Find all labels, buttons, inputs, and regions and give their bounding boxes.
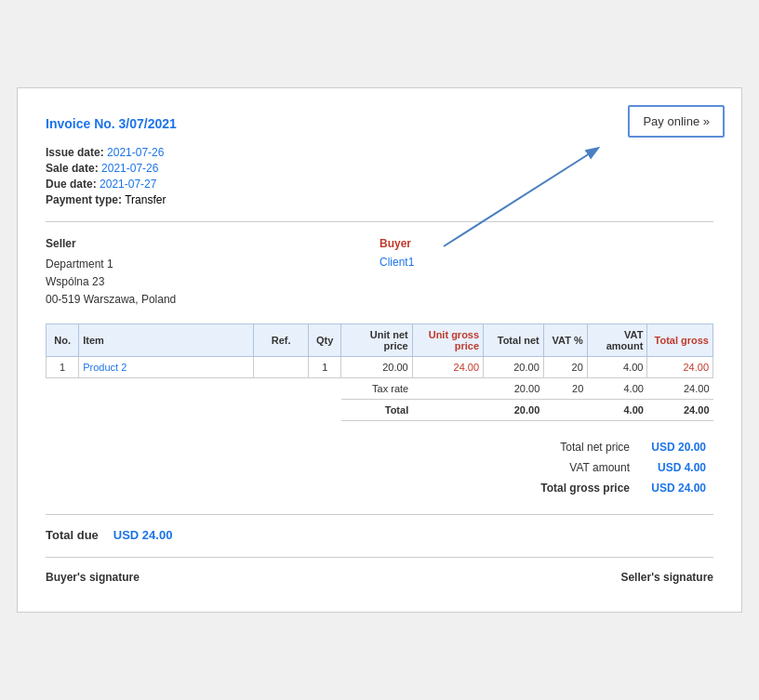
summary-table: Total net price USD 20.00 VAT amount USD… <box>533 436 713 499</box>
total-empty2 <box>412 400 483 421</box>
divider-1 <box>46 221 713 222</box>
row-unit-net-price: 20.00 <box>341 357 412 378</box>
row-item[interactable]: Product 2 <box>79 357 254 378</box>
total-label: Total <box>341 400 412 421</box>
buyer-title: Buyer <box>380 237 713 250</box>
row-total-net: 20.00 <box>484 357 544 378</box>
invoice-number-label: Invoice No. <box>46 116 115 131</box>
issue-date-row: Issue date: 2021-07-26 <box>46 146 713 159</box>
tax-rate-empty <box>47 378 341 400</box>
payment-type-label: Payment type: <box>46 193 122 206</box>
col-item: Item <box>79 324 254 357</box>
sale-date-label: Sale date: <box>46 162 99 175</box>
summary-vat-value: USD 4.00 <box>637 458 712 477</box>
signatures-section: Buyer's signature Seller's signature <box>46 557 713 584</box>
row-total-gross: 24.00 <box>647 357 713 378</box>
tax-rate-row: Tax rate 20.00 20 4.00 24.00 <box>47 378 713 400</box>
tax-rate-vat-pct: 20 <box>543 378 587 400</box>
col-qty: Qty <box>309 324 341 357</box>
summary-total-gross-row: Total gross price USD 24.00 <box>535 479 712 497</box>
total-row: Total 20.00 4.00 24.00 <box>47 400 713 421</box>
tax-rate-vat-amount: 4.00 <box>587 378 647 400</box>
table-header-row: No. Item Ref. Qty Unit net price Unit gr… <box>47 324 713 357</box>
invoice-number-value: 3/07/2021 <box>119 116 177 131</box>
payment-type-value: Transfer <box>125 193 166 206</box>
buyer-name: Client1 <box>380 256 713 269</box>
tax-rate-total-gross: 24.00 <box>647 378 713 400</box>
col-no: No. <box>47 324 79 357</box>
total-empty <box>47 400 341 421</box>
seller-name: Department 1 <box>46 256 380 273</box>
col-total-net: Total net <box>484 324 544 357</box>
invoice-number: Invoice No. 3/07/2021 <box>46 116 713 131</box>
tax-rate-empty2 <box>412 378 483 400</box>
row-vat-pct: 20 <box>543 357 587 378</box>
total-vat-amount: 4.00 <box>587 400 647 421</box>
total-vat-pct-empty <box>543 400 587 421</box>
row-qty: 1 <box>309 357 341 378</box>
summary-section: Total net price USD 20.00 VAT amount USD… <box>46 436 713 499</box>
col-total-gross: Total gross <box>647 324 713 357</box>
summary-vat-label: VAT amount <box>535 458 635 477</box>
summary-total-net-label: Total net price <box>535 438 635 456</box>
col-unit-net-price: Unit net price <box>341 324 412 357</box>
summary-total-gross-value: USD 24.00 <box>637 479 712 497</box>
col-ref: Ref. <box>254 324 309 357</box>
payment-type-row: Payment type: Transfer <box>46 193 713 206</box>
pay-online-button[interactable]: Pay online » <box>628 105 725 138</box>
total-gross: 24.00 <box>647 400 713 421</box>
col-vat-pct: VAT % <box>543 324 587 357</box>
total-net: 20.00 <box>484 400 544 421</box>
seller-section: Seller Department 1 Wspólna 23 00-519 Wa… <box>46 237 380 310</box>
col-vat-amount: VAT amount <box>587 324 647 357</box>
row-ref <box>254 357 309 378</box>
issue-date-label: Issue date: <box>46 146 104 159</box>
summary-total-gross-label: Total gross price <box>535 479 635 497</box>
sale-date-row: Sale date: 2021-07-26 <box>46 162 713 175</box>
table-row: 1 Product 2 1 20.00 24.00 20.00 20 4.00 … <box>47 357 713 378</box>
seller-title: Seller <box>46 237 380 250</box>
row-no: 1 <box>47 357 79 378</box>
total-due-value: USD 24.00 <box>113 528 173 542</box>
tax-rate-total-net: 20.00 <box>484 378 544 400</box>
summary-vat-row: VAT amount USD 4.00 <box>535 458 712 477</box>
buyer-signature-label: Buyer's signature <box>46 571 140 584</box>
due-date-label: Due date: <box>46 178 97 191</box>
row-vat-amount: 4.00 <box>587 357 647 378</box>
col-unit-gross-price: Unit gross price <box>412 324 483 357</box>
seller-address-line2: 00-519 Warszawa, Poland <box>46 291 380 309</box>
row-unit-gross-price: 24.00 <box>412 357 483 378</box>
seller-signature-label: Seller's signature <box>620 571 713 584</box>
items-table: No. Item Ref. Qty Unit net price Unit gr… <box>46 324 713 421</box>
tax-rate-label: Tax rate <box>341 378 412 400</box>
issue-date-value: 2021-07-26 <box>107 146 164 159</box>
dates-section: Issue date: 2021-07-26 Sale date: 2021-0… <box>46 146 713 206</box>
total-due-section: Total due USD 24.00 <box>46 514 713 542</box>
seller-buyer-section: Seller Department 1 Wspólna 23 00-519 Wa… <box>46 237 713 310</box>
due-date-row: Due date: 2021-07-27 <box>46 178 713 191</box>
seller-address-line1: Wspólna 23 <box>46 273 380 291</box>
buyer-section: Buyer Client1 <box>380 237 713 310</box>
summary-total-net-value: USD 20.00 <box>637 438 712 456</box>
invoice-container: Pay online » Invoice No. 3/07/2021 Issue… <box>17 87 742 614</box>
sale-date-value: 2021-07-26 <box>101 162 158 175</box>
due-date-value: 2021-07-27 <box>100 178 156 191</box>
total-due-label: Total due <box>46 528 99 542</box>
summary-total-net-row: Total net price USD 20.00 <box>535 438 712 456</box>
